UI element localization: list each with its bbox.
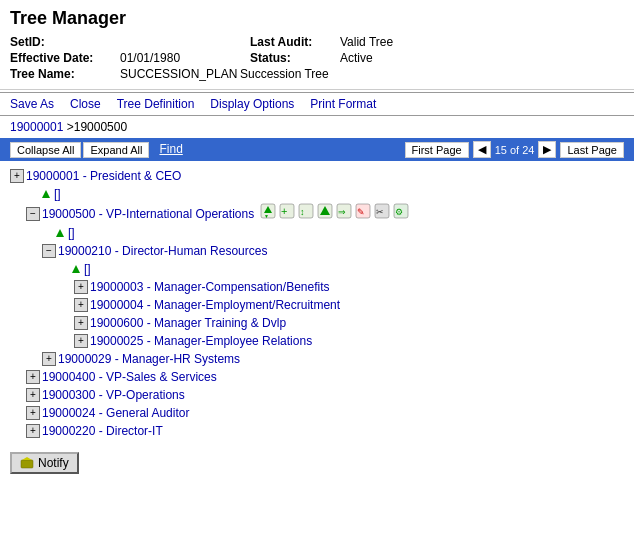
tree-link-10[interactable]: 19000025 - Manager-Employee Relations: [90, 332, 312, 350]
find-link[interactable]: Find: [159, 142, 182, 158]
delete-icon[interactable]: ⚙: [393, 203, 409, 224]
svg-text:⇒: ⇒: [338, 207, 346, 217]
tree-bracket-link-1[interactable]: []: [54, 185, 61, 203]
toolbar: Save As Close Tree Definition Display Op…: [0, 92, 634, 116]
leaf-svg-1: [40, 188, 52, 200]
expand-icon-11[interactable]: +: [42, 352, 56, 366]
save-as-link[interactable]: Save As: [10, 97, 54, 111]
svg-text:✎: ✎: [357, 207, 365, 217]
tree-link-13[interactable]: 19000300 - VP-Operations: [42, 386, 185, 404]
action-icon-svg-4: [317, 203, 333, 219]
insert-icon[interactable]: ↕: [298, 203, 314, 224]
tree-link-11[interactable]: 19000029 - Manager-HR Systems: [58, 350, 240, 368]
breadcrumb: 19000001 >19000500: [0, 116, 634, 138]
display-options-link[interactable]: Display Options: [210, 97, 294, 111]
page-header: Tree Manager SetID: Last Audit: Valid Tr…: [0, 0, 634, 87]
tree-node-3: − 19000500 - VP-International Operations…: [10, 203, 624, 224]
tree-node-9: + 19000600 - Manager Training & Dvlp: [10, 314, 624, 332]
tree-name-value: SUCCESSION_PLAN: [120, 67, 240, 81]
first-page-button[interactable]: First Page: [405, 142, 469, 158]
notify-button[interactable]: Notify: [10, 452, 79, 474]
svg-marker-19: [72, 265, 80, 273]
expand-icon-15[interactable]: +: [26, 424, 40, 438]
tree-bracket-link-5[interactable]: []: [84, 260, 91, 278]
tree-link-3[interactable]: 19000500 - VP-International Operations: [42, 205, 254, 223]
prev-page-button[interactable]: ◀: [473, 141, 491, 158]
svg-rect-20: [21, 460, 33, 468]
close-link[interactable]: Close: [70, 97, 101, 111]
tree-link-12[interactable]: 19000400 - VP-Sales & Services: [42, 368, 217, 386]
next-page-button[interactable]: ▶: [538, 141, 556, 158]
expand-icon-1[interactable]: +: [10, 169, 24, 183]
last-page-button[interactable]: Last Page: [560, 142, 624, 158]
leaf-icon-action[interactable]: [317, 203, 333, 224]
action-icon-svg-5: ⇒: [336, 203, 352, 219]
effective-date-label: Effective Date:: [10, 51, 120, 65]
breadcrumb-link[interactable]: 19000001: [10, 120, 63, 134]
expand-all-button[interactable]: Expand All: [83, 142, 149, 158]
print-format-link[interactable]: Print Format: [310, 97, 376, 111]
tree-node-5: − 19000210 - Director-Human Resources: [10, 242, 624, 260]
leaf-svg-5: [70, 263, 82, 275]
tree-node-1: + 19000001 - President & CEO: [10, 167, 624, 185]
expand-icon-7[interactable]: +: [74, 280, 88, 294]
notify-label: Notify: [38, 456, 69, 470]
expand-icon-12[interactable]: +: [26, 370, 40, 384]
expand-icon-14[interactable]: +: [26, 406, 40, 420]
expand-detail-icon[interactable]: ⇒: [336, 203, 352, 224]
breadcrumb-separator: >: [63, 120, 73, 134]
expand-icon-9[interactable]: +: [74, 316, 88, 330]
effective-date-value: 01/01/1980: [120, 51, 240, 65]
tree-name-desc: Succession Tree: [240, 67, 329, 81]
tree-node-15: + 19000220 - Director-IT: [10, 422, 624, 440]
tree-link-7[interactable]: 19000003 - Manager-Compensation/Benefits: [90, 278, 329, 296]
last-audit-label: Last Audit:: [250, 35, 340, 49]
action-icon-svg-6: ✎: [355, 203, 371, 219]
page-title: Tree Manager: [10, 8, 624, 29]
nav-left: Collapse All Expand All Find: [10, 142, 183, 158]
tree-node-11: + 19000029 - Manager-HR Systems: [10, 350, 624, 368]
tree-node-10: + 19000025 - Manager-Employee Relations: [10, 332, 624, 350]
tree-link-9[interactable]: 19000600 - Manager Training & Dvlp: [90, 314, 286, 332]
svg-marker-18: [56, 229, 64, 237]
svg-marker-21: [22, 457, 32, 460]
tree-link-15[interactable]: 19000220 - Director-IT: [42, 422, 163, 440]
tree-link-14[interactable]: 19000024 - General Auditor: [42, 404, 189, 422]
tree-link-5[interactable]: 19000210 - Director-Human Resources: [58, 242, 267, 260]
tree-node-12: + 19000400 - VP-Sales & Services: [10, 368, 624, 386]
tree-name-label: Tree Name:: [10, 67, 120, 81]
action-icon-svg-2: +: [279, 203, 295, 219]
expand-icon-10[interactable]: +: [74, 334, 88, 348]
action-icons-3: ▼ + ↕ ⇒ ✎ ✂: [260, 203, 409, 224]
tree-link-1[interactable]: 19000001 - President & CEO: [26, 167, 181, 185]
tree-node-13: + 19000300 - VP-Operations: [10, 386, 624, 404]
svg-text:+: +: [281, 205, 287, 217]
svg-marker-0: [42, 190, 50, 198]
add-child-icon[interactable]: +: [279, 203, 295, 224]
svg-text:✂: ✂: [376, 207, 384, 217]
expand-icon-5[interactable]: −: [42, 244, 56, 258]
nav-right: First Page ◀ 15 of 24 ▶ Last Page: [405, 141, 624, 158]
collapse-all-button[interactable]: Collapse All: [10, 142, 81, 158]
svg-text:⚙: ⚙: [395, 207, 403, 217]
edit-icon[interactable]: ✎: [355, 203, 371, 224]
cut-icon[interactable]: ✂: [374, 203, 390, 224]
expand-icon-8[interactable]: +: [74, 298, 88, 312]
move-node-up-icon[interactable]: ▼: [260, 203, 276, 224]
status-label: Status:: [250, 51, 340, 65]
action-icon-svg-8: ⚙: [393, 203, 409, 219]
status-value: Active: [340, 51, 373, 65]
leaf-svg-3: [54, 227, 66, 239]
svg-text:↕: ↕: [300, 207, 305, 217]
tree-bracket-5: []: [10, 260, 624, 278]
page-info: 15 of 24: [495, 144, 535, 156]
expand-icon-3[interactable]: −: [26, 207, 40, 221]
tree-bracket-link-3[interactable]: []: [68, 224, 75, 242]
tree-link-8[interactable]: 19000004 - Manager-Employment/Recruitmen…: [90, 296, 340, 314]
tree-area: + 19000001 - President & CEO [] − 190005…: [0, 161, 634, 446]
nav-bar: Collapse All Expand All Find First Page …: [0, 138, 634, 161]
tree-definition-link[interactable]: Tree Definition: [117, 97, 195, 111]
tree-node-8: + 19000004 - Manager-Employment/Recruitm…: [10, 296, 624, 314]
expand-icon-13[interactable]: +: [26, 388, 40, 402]
action-icon-svg-3: ↕: [298, 203, 314, 219]
